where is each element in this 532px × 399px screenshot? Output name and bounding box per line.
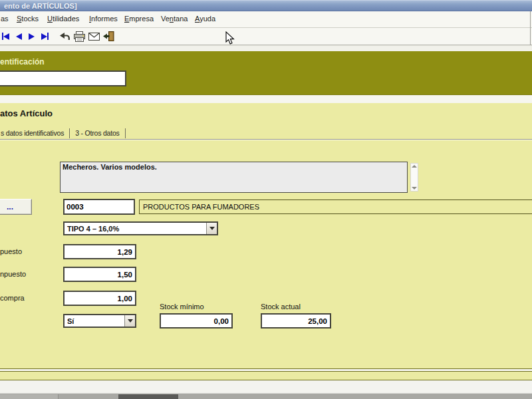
scroll-up-icon[interactable] bbox=[412, 165, 417, 168]
price-without-tax-label: puesto bbox=[0, 247, 22, 255]
memo-scrollbar[interactable] bbox=[410, 163, 418, 192]
menu-item-cut[interactable]: as bbox=[1, 15, 9, 23]
taskbar-segment[interactable] bbox=[0, 394, 59, 399]
tab-otros-datos[interactable]: 3 - Otros datos bbox=[70, 128, 125, 138]
next-record-button[interactable] bbox=[27, 29, 36, 44]
article-data-section: atos Artículo s datos identificativos 3 … bbox=[0, 103, 532, 369]
email-icon bbox=[88, 33, 100, 41]
title-bar: ento de ARTÍCULOS] bbox=[0, 0, 532, 11]
article-section-title: atos Artículo bbox=[0, 108, 53, 118]
tax-type-dropdown-button[interactable] bbox=[206, 223, 217, 234]
exit-door-icon bbox=[102, 31, 114, 41]
exit-button[interactable] bbox=[101, 29, 116, 44]
stock-min-input[interactable] bbox=[160, 313, 233, 329]
chevron-down-icon bbox=[209, 227, 215, 230]
tab-more-identifying-data[interactable]: s datos identificativos bbox=[0, 128, 70, 138]
tab-strip: s datos identificativos 3 - Otros datos bbox=[0, 128, 126, 139]
previous-record-icon bbox=[16, 33, 22, 40]
toolbar bbox=[0, 28, 532, 45]
purchase-price-input[interactable] bbox=[63, 291, 136, 306]
price-with-tax-input[interactable] bbox=[63, 267, 136, 282]
next-record-icon bbox=[29, 33, 35, 40]
price-with-tax-label: npuesto bbox=[0, 270, 26, 278]
bottom-band bbox=[0, 371, 532, 380]
taskbar bbox=[0, 393, 532, 399]
menu-item-utilidades[interactable]: Utilidades bbox=[47, 15, 79, 23]
family-code-input[interactable] bbox=[63, 199, 135, 215]
identification-code-input[interactable] bbox=[0, 70, 126, 86]
section-gap bbox=[0, 95, 532, 103]
print-icon bbox=[73, 31, 86, 42]
price-without-tax-input[interactable] bbox=[63, 244, 136, 259]
taskbar-active-button[interactable] bbox=[118, 394, 178, 399]
undo-button[interactable] bbox=[58, 29, 72, 44]
family-name-display: PRODUCTOS PARA FUMADORES bbox=[139, 200, 532, 214]
menu-item-ventana[interactable]: Ventana bbox=[161, 15, 188, 23]
identification-section-title: entificación bbox=[0, 57, 45, 66]
previous-record-button[interactable] bbox=[15, 29, 23, 44]
tax-type-dropdown[interactable]: TIPO 4 – 16,0% bbox=[63, 221, 218, 235]
last-record-icon bbox=[41, 33, 47, 40]
menu-item-empresa[interactable]: Empresa bbox=[124, 15, 154, 23]
chevron-down-icon bbox=[128, 319, 133, 323]
bottom-light-strip bbox=[0, 380, 532, 393]
tax-type-value: TIPO 4 – 16,0% bbox=[65, 223, 206, 234]
last-record-button[interactable] bbox=[40, 29, 50, 44]
menu-item-informes[interactable]: Informes bbox=[89, 15, 118, 23]
undo-icon bbox=[59, 31, 70, 41]
tab-strip-highlight bbox=[0, 140, 532, 140]
scroll-down-icon[interactable] bbox=[412, 187, 417, 190]
identification-section: entificación bbox=[0, 51, 532, 95]
stock-min-label: Stock mínimo bbox=[160, 303, 204, 311]
window-title: ento de ARTÍCULOS] bbox=[0, 2, 77, 10]
stock-actual-label: Stock actual bbox=[261, 303, 301, 311]
stock-actual-input[interactable] bbox=[261, 313, 331, 329]
print-button[interactable] bbox=[72, 29, 87, 44]
sellable-dropdown[interactable]: Sí bbox=[63, 314, 136, 328]
sellable-value: Sí bbox=[65, 315, 124, 327]
toolbar-separator bbox=[0, 45, 532, 51]
family-lookup-button[interactable]: ... bbox=[0, 199, 32, 215]
first-record-button[interactable] bbox=[1, 29, 11, 44]
menu-bar: as Stocks Utilidades Informes Empresa Ve… bbox=[0, 11, 532, 28]
description-memo[interactable]: Mecheros. Varios modelos. bbox=[60, 162, 408, 193]
sellable-dropdown-button[interactable] bbox=[124, 315, 135, 327]
app-window: ento de ARTÍCULOS] as Stocks Utilidades … bbox=[0, 0, 532, 399]
email-button[interactable] bbox=[87, 29, 101, 44]
purchase-price-label: compra bbox=[0, 294, 25, 302]
menu-item-ayuda[interactable]: Ayuda bbox=[195, 15, 215, 23]
menu-item-stocks[interactable]: Stocks bbox=[17, 15, 39, 23]
